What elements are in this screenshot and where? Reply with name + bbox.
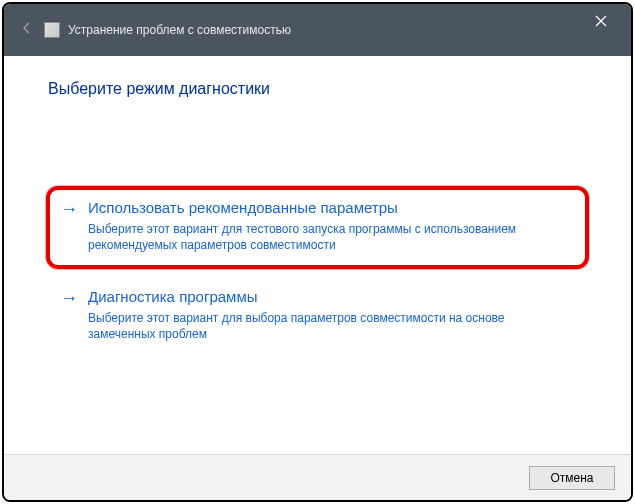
option-diagnostics[interactable]: → Диагностика программы Выберите этот ва… xyxy=(48,277,587,356)
app-icon xyxy=(44,22,60,38)
arrow-right-icon: → xyxy=(60,287,78,309)
titlebar: Устранение проблем с совместимостью xyxy=(4,4,631,56)
option-description: Выберите этот вариант для тестового запу… xyxy=(88,221,575,253)
page-heading: Выберите режим диагностики xyxy=(48,80,587,98)
option-title: Использовать рекомендованные параметры xyxy=(88,198,575,218)
cancel-button[interactable]: Отмена xyxy=(529,466,615,490)
arrow-right-icon: → xyxy=(60,198,78,220)
dialog-window: Устранение проблем с совместимостью Выбе… xyxy=(2,2,633,502)
option-body: Диагностика программы Выберите этот вари… xyxy=(88,287,575,342)
option-recommended[interactable]: → Использовать рекомендованные параметры… xyxy=(46,186,589,269)
close-button[interactable] xyxy=(579,6,623,36)
back-icon[interactable] xyxy=(20,21,34,39)
option-body: Использовать рекомендованные параметры В… xyxy=(88,198,575,253)
content-area: Выберите режим диагностики → Использоват… xyxy=(4,56,631,454)
window-title: Устранение проблем с совместимостью xyxy=(68,23,579,37)
footer: Отмена xyxy=(4,454,631,500)
option-description: Выберите этот вариант для выбора парамет… xyxy=(88,310,575,342)
option-title: Диагностика программы xyxy=(88,287,575,307)
